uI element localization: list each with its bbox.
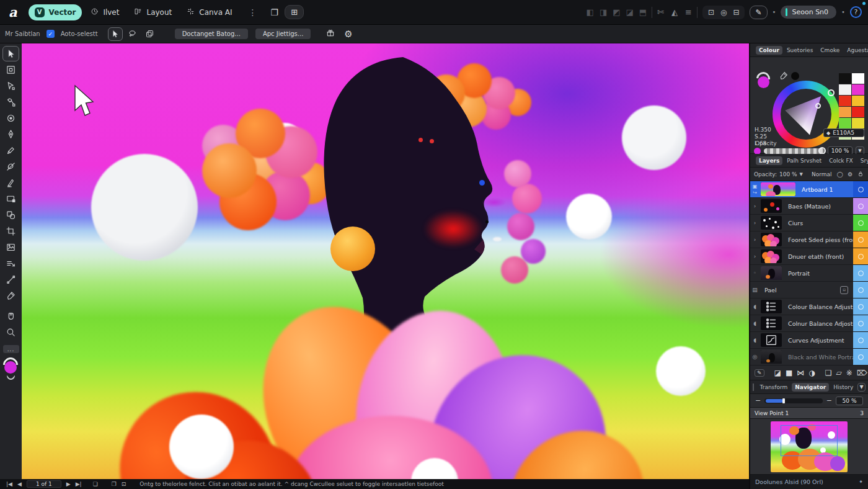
node-scissors-icon[interactable]: ✄ — [657, 7, 664, 17]
tab-transform[interactable]: Transform — [757, 383, 791, 392]
opacity-knob[interactable] — [818, 147, 826, 155]
tab-history[interactable]: History — [830, 383, 856, 392]
new-group-icon[interactable]: ▱ — [836, 369, 841, 377]
tab-canva-ai[interactable]: Canva AI — [180, 4, 238, 20]
layer-opacity-value[interactable]: 100 % — [779, 171, 797, 177]
layer-row[interactable]: ◖Colour Balance Adjustmen — [750, 298, 868, 315]
mask-diagonal-icon[interactable]: ◪ — [774, 369, 781, 377]
mask-invert-icon[interactable]: ⋈ — [797, 369, 804, 377]
chevron-icon[interactable]: › — [750, 248, 760, 264]
layer-color-tag[interactable] — [853, 315, 868, 331]
tab-colour[interactable]: Colour — [756, 46, 782, 55]
opacity-slider[interactable] — [764, 148, 825, 154]
layer-row[interactable]: ›Baes (Mataue) — [750, 198, 868, 215]
layer-row[interactable]: ◦Portrait — [750, 265, 868, 282]
visibility-ring-icon[interactable] — [858, 321, 864, 326]
swatch[interactable] — [839, 73, 851, 84]
layer-row[interactable]: ▣↪Artboard 1 — [750, 181, 868, 198]
lock-icon[interactable] — [857, 170, 864, 179]
shape-builder-tool[interactable] — [2, 207, 19, 223]
settings-gear-icon[interactable]: ⚙ — [344, 29, 352, 40]
pen-mode-button[interactable]: ✎ — [750, 6, 767, 19]
navigator-view-rect[interactable] — [781, 425, 838, 456]
mask-half-icon[interactable]: ◑ — [808, 369, 815, 377]
swatch[interactable] — [839, 107, 851, 117]
node-select-tool[interactable] — [2, 78, 19, 94]
layer-row[interactable]: ›Ciurs — [750, 215, 868, 231]
overflow-menu-icon[interactable]: ⋮ — [245, 7, 261, 17]
swatch[interactable] — [852, 107, 864, 117]
mask-fill-icon[interactable]: ■ — [786, 369, 792, 377]
swatch[interactable] — [839, 96, 851, 106]
anchor-icon[interactable]: ◎ — [720, 8, 727, 17]
tab-ilvet[interactable]: Ilvet — [84, 4, 125, 20]
layer-color-tag[interactable] — [853, 248, 868, 264]
layer-color-tag[interactable] — [853, 282, 868, 298]
sv-selector[interactable] — [815, 103, 821, 109]
chevron-icon[interactable]: › — [750, 231, 760, 248]
hand-tool[interactable] — [2, 308, 19, 324]
share-button[interactable]: Seoon Sn0 — [781, 6, 836, 19]
tab-navigator[interactable]: Navigator — [792, 383, 829, 392]
crop-tool[interactable] — [2, 223, 19, 239]
mirror-icon[interactable]: ◭ — [671, 7, 678, 17]
image-tool[interactable] — [2, 240, 19, 255]
swatch[interactable] — [852, 118, 864, 128]
tab-sryles[interactable]: Sryles — [857, 156, 868, 165]
tab-suetories[interactable]: Suetories — [784, 46, 816, 55]
swatch[interactable] — [852, 96, 864, 106]
tab-aguestanes[interactable]: Aguestanes — [844, 46, 868, 55]
visibility-ring-icon[interactable] — [858, 271, 864, 276]
visibility-ring-icon[interactable] — [858, 237, 864, 243]
delete-layer-icon[interactable]: ⌦ — [857, 369, 867, 377]
eyedropper-icon[interactable] — [779, 71, 789, 82]
tab-layout[interactable]: Layout — [128, 4, 178, 20]
zoom-knob[interactable] — [782, 398, 785, 403]
pencil-tool[interactable] — [2, 143, 19, 158]
fill-stroke-widget[interactable] — [755, 72, 776, 91]
layer-color-tag[interactable] — [853, 349, 868, 365]
prev-page-icon[interactable]: ◀ — [17, 481, 22, 487]
tab-palh-srvshet[interactable]: Palh Srvshet — [784, 156, 825, 165]
visibility-ring-icon[interactable] — [858, 254, 864, 259]
layer-row[interactable]: ›Fooret Sded piess (front) — [750, 231, 868, 248]
lasso-tool-mini[interactable] — [125, 27, 140, 41]
intersect-icon[interactable]: ◩ — [613, 7, 620, 17]
zoom-tool[interactable] — [2, 325, 19, 340]
refresh-icon[interactable]: ◯ — [837, 171, 843, 177]
swatch[interactable] — [839, 118, 851, 128]
rectangle-tool[interactable] — [2, 191, 19, 207]
active-color-well[interactable] — [3, 357, 19, 376]
exclude-icon[interactable]: ◪ — [626, 7, 633, 17]
layer-color-tag[interactable] — [853, 215, 868, 231]
dropdown-chevron-icon[interactable]: ▼ — [800, 172, 803, 177]
duplicate-shapes-icon[interactable]: ❐ — [271, 7, 279, 17]
document-setup-button[interactable]: Doctanget Batog... — [175, 29, 248, 39]
point-transform-tool[interactable] — [2, 94, 19, 110]
new-layer-icon[interactable]: ❏ — [825, 369, 832, 377]
apps-grid-icon[interactable]: ⊞ — [285, 5, 304, 19]
next-page-icon[interactable]: ▶ — [66, 481, 71, 487]
auto-select-checkbox[interactable]: ✓ — [46, 30, 55, 38]
layer-row[interactable]: ◖Colnur Balance Adjostruen — [750, 315, 868, 332]
layer-color-tag[interactable] — [853, 181, 868, 197]
edit-layer-icon[interactable]: ✎ — [755, 369, 764, 377]
swatch[interactable] — [839, 84, 851, 95]
visibility-ring-icon[interactable] — [858, 187, 864, 192]
visibility-ring-icon[interactable] — [858, 204, 864, 209]
tab-vector[interactable]: VVector — [29, 4, 82, 20]
layer-row[interactable]: ◖Curves Adjustment — [750, 332, 868, 349]
artboard-icon[interactable]: ⊟ — [733, 8, 739, 17]
panel-collapse-icon[interactable]: ▼ — [857, 383, 866, 392]
chevron-icon[interactable]: › — [750, 198, 760, 214]
tab-cmoke[interactable]: Cmoke — [817, 46, 843, 55]
help-button[interactable]: ? — [850, 6, 862, 18]
pen-tool[interactable] — [2, 127, 19, 142]
navigator-thumbnail[interactable] — [771, 421, 848, 472]
layer-color-tag[interactable] — [853, 265, 868, 281]
divide-icon[interactable]: ⬒ — [639, 7, 647, 17]
secondary-color-dot[interactable] — [791, 72, 799, 80]
canvas[interactable] — [22, 43, 749, 479]
union-icon[interactable]: ◧ — [587, 7, 594, 17]
select-tool-mini[interactable] — [108, 27, 123, 41]
